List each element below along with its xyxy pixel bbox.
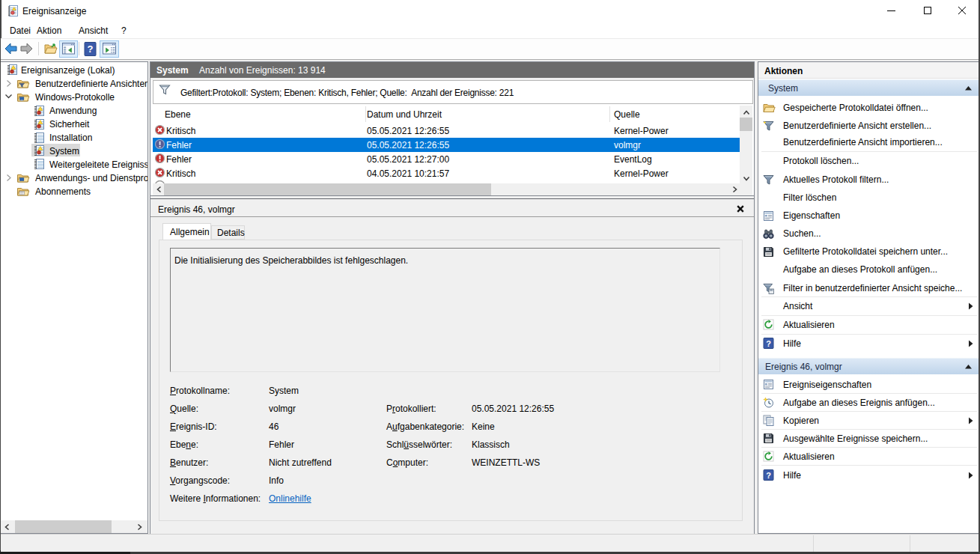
svg-text:?: ? — [88, 43, 94, 55]
